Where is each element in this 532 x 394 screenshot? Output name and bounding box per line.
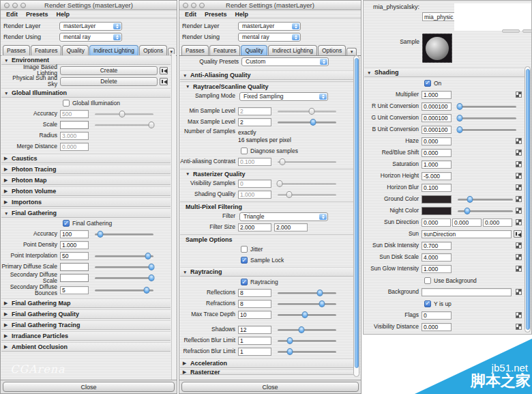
slider-thumb[interactable] xyxy=(149,264,155,270)
slider-thumb[interactable] xyxy=(287,348,293,355)
texture-map-icon[interactable] xyxy=(516,173,522,179)
slider-thumb[interactable] xyxy=(287,337,293,344)
slider-track[interactable] xyxy=(278,183,336,185)
slider-thumb[interactable] xyxy=(302,311,308,318)
zoom-window-icon[interactable] xyxy=(20,3,26,8)
triangle-right-icon[interactable]: ▶ xyxy=(4,311,9,317)
stepper-icon[interactable] xyxy=(319,214,327,220)
section-header-importons[interactable]: ▶Importons xyxy=(1,197,171,207)
dropdown-select[interactable]: Triangle xyxy=(239,212,328,221)
section-header-final-gathering-map[interactable]: ▶Final Gathering Map xyxy=(1,298,171,308)
section-header-raytracing[interactable]: ▼Raytracing xyxy=(180,267,355,277)
value-field[interactable]: -5.000 xyxy=(422,172,452,180)
value-field[interactable]: 1.000 xyxy=(422,265,452,273)
section-header-raytrace-scanline-quality[interactable]: ▼Raytrace/Scanline Quality xyxy=(180,81,355,91)
stepper-icon[interactable] xyxy=(292,23,299,29)
slider-thumb[interactable] xyxy=(308,108,314,115)
texture-map-icon[interactable] xyxy=(516,289,522,295)
slider[interactable] xyxy=(458,114,516,122)
value-field[interactable]: 0.000100 xyxy=(422,102,452,111)
value-field[interactable]: 0.000 xyxy=(422,149,452,157)
texture-map-icon[interactable] xyxy=(516,161,522,167)
texture-map-icon[interactable] xyxy=(516,312,522,318)
value-field[interactable]: 10 xyxy=(238,311,271,319)
value-field[interactable]: 2 xyxy=(238,107,271,115)
slider-thumb[interactable] xyxy=(149,122,155,128)
connect-arrow-icon[interactable] xyxy=(160,78,168,85)
triangle-down-icon[interactable]: ▼ xyxy=(4,91,9,96)
stepper-icon[interactable] xyxy=(113,34,121,40)
scrollbar-track[interactable] xyxy=(524,66,531,333)
stepper-icon[interactable] xyxy=(292,34,299,40)
menu-help[interactable]: Help xyxy=(235,11,249,18)
slider-thumb[interactable] xyxy=(310,119,316,126)
triangle-right-icon[interactable]: ▶ xyxy=(183,369,188,375)
slider[interactable] xyxy=(95,121,153,129)
dropdown-select[interactable]: Fixed Sampling xyxy=(239,92,328,101)
slider-track[interactable] xyxy=(278,161,336,163)
triangle-right-icon[interactable]: ▶ xyxy=(4,333,9,339)
section-header-photon-tracing[interactable]: ▶Photon Tracing xyxy=(1,165,171,174)
checkbox[interactable]: ✓ xyxy=(424,300,431,307)
slider[interactable] xyxy=(95,274,153,282)
slider-track[interactable] xyxy=(278,303,336,305)
texture-map-icon[interactable] xyxy=(516,254,522,260)
slider-thumb[interactable] xyxy=(467,196,473,203)
section-header-sample-options[interactable]: Sample Options xyxy=(180,234,355,244)
value-field[interactable]: 0.100 xyxy=(422,184,452,192)
slider-track[interactable] xyxy=(95,277,153,279)
triangle-right-icon[interactable]: ▶ xyxy=(4,344,9,350)
color-swatch[interactable] xyxy=(60,121,89,129)
section-header-rasterizer-quality[interactable]: ▼Rasterizer Quality xyxy=(180,169,355,178)
slider[interactable] xyxy=(278,348,336,356)
value-field[interactable]: 2.000 xyxy=(238,223,271,231)
scrollbar-thumb[interactable] xyxy=(355,58,359,368)
triangle-right-icon[interactable]: ▶ xyxy=(4,167,9,172)
triangle-right-icon[interactable]: ▶ xyxy=(4,156,9,161)
value-field[interactable]: 0.000 xyxy=(452,219,482,227)
color-swatch[interactable] xyxy=(422,207,452,215)
menu-edit[interactable]: Edit xyxy=(185,11,196,18)
texture-map-icon[interactable] xyxy=(516,208,522,214)
value-field[interactable]: 100 xyxy=(60,230,89,238)
section-header-global-illumination[interactable]: ▼Global Illumination xyxy=(1,88,171,98)
checkbox[interactable] xyxy=(424,277,431,284)
value-field[interactable]: 12 xyxy=(238,326,271,334)
texture-map-icon[interactable] xyxy=(516,150,522,156)
section-header-caustics[interactable]: ▶Caustics xyxy=(1,154,171,163)
section-header-ambient-occlusion[interactable]: ▶Ambient Occlusion xyxy=(1,342,171,352)
color-swatch[interactable] xyxy=(60,274,89,282)
value-field[interactable]: 8 xyxy=(238,300,271,308)
triangle-right-icon[interactable]: ▶ xyxy=(4,300,9,306)
slider[interactable] xyxy=(95,263,153,271)
slider[interactable] xyxy=(278,337,336,345)
checkbox[interactable] xyxy=(63,100,70,107)
close-button[interactable]: Close xyxy=(3,382,175,392)
close-window-icon[interactable] xyxy=(183,3,188,8)
slider[interactable] xyxy=(458,207,513,215)
value-field[interactable]: 0 xyxy=(238,180,271,188)
slider[interactable] xyxy=(278,326,336,334)
value-field[interactable]: 0.700 xyxy=(422,242,452,250)
slider-thumb[interactable] xyxy=(277,180,283,187)
value-field[interactable]: 1.000 xyxy=(60,241,89,249)
texture-map-icon[interactable] xyxy=(516,184,522,191)
slider-track[interactable] xyxy=(458,199,513,201)
scrollbar-track[interactable] xyxy=(353,55,359,377)
value-field[interactable]: sunDirection xyxy=(422,230,512,238)
value-field[interactable]: 0.000100 xyxy=(422,126,452,134)
checkbox[interactable]: ✓ xyxy=(241,257,248,264)
section-header-final-gathering[interactable]: ▼Final Gathering xyxy=(1,208,171,218)
section-header-multi-pixel-filtering[interactable]: Multi-Pixel Filtering xyxy=(180,201,355,211)
slider-thumb[interactable] xyxy=(464,208,470,214)
slider-track[interactable] xyxy=(458,106,516,108)
slider-thumb[interactable] xyxy=(145,253,151,259)
section-header-acceleration[interactable]: ▶Acceleration xyxy=(180,358,355,368)
slider-track[interactable] xyxy=(278,111,336,113)
checkbox[interactable]: ✓ xyxy=(424,80,431,87)
slider[interactable] xyxy=(95,252,153,260)
section-header-rasterizer[interactable]: ▶Rasterizer xyxy=(180,369,355,375)
slider[interactable] xyxy=(95,230,153,238)
value-field[interactable]: 2.000 xyxy=(274,223,308,231)
triangle-down-icon[interactable]: ▼ xyxy=(183,270,188,275)
